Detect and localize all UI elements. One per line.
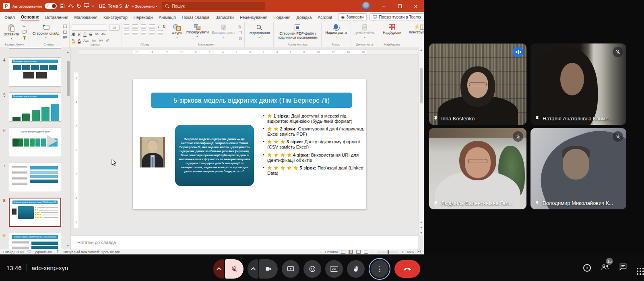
meeting-details-icon[interactable]: i — [583, 264, 591, 272]
slide-bullet-list[interactable]: ★ 1 зірка: Дані доступні в мережі під ві… — [263, 113, 365, 178]
mic-muted-icon[interactable] — [225, 259, 244, 279]
fit-to-window-icon[interactable] — [417, 250, 421, 254]
tab-home[interactable]: Основне — [21, 12, 39, 21]
quick-access-overflow-icon[interactable]: ▾ — [92, 4, 94, 8]
close-button[interactable]: × — [408, 0, 424, 12]
present-from-start-icon[interactable] — [84, 3, 89, 9]
captions-button[interactable]: cc — [325, 260, 343, 278]
italic-button[interactable]: К — [78, 32, 80, 37]
section-icon[interactable] — [63, 36, 67, 40]
participants-button[interactable]: 15 — [601, 263, 609, 273]
arrange-button[interactable]: Упорядкувати▾ — [184, 24, 210, 38]
more-options-button[interactable]: ⋮ — [371, 260, 388, 278]
clear-formatting-button[interactable]: А̸ — [106, 39, 108, 43]
columns-icon[interactable] — [158, 31, 163, 35]
underline-button[interactable]: П — [83, 32, 87, 37]
strikethrough-button[interactable]: S — [89, 32, 92, 37]
participant-tile-volodymyr[interactable]: Володимир Миколайович К... — [530, 128, 626, 209]
zoom-level[interactable]: 66% — [407, 250, 414, 254]
zoom-slider[interactable] — [377, 252, 398, 252]
paste-button[interactable]: Вставити▾ — [2, 24, 21, 40]
quick-styles-button[interactable]: Експрес-стилі▾ — [211, 24, 237, 39]
tab-design[interactable]: Конструктор — [103, 13, 128, 21]
slide-title-banner[interactable]: 5-зіркова модель відкритих даних (Тім Бе… — [151, 93, 352, 108]
microphone-button[interactable] — [213, 259, 244, 279]
numbering-icon[interactable] — [132, 25, 138, 29]
present-in-teams-button[interactable]: Презентувати в Teams — [369, 13, 424, 21]
sensitivity-button[interactable]: Делікатність▾ — [353, 24, 377, 39]
save-icon[interactable] — [60, 3, 65, 9]
reset-slide-icon[interactable] — [63, 30, 67, 35]
text-shadow-button[interactable]: ab — [95, 33, 99, 36]
slide-description-textbox[interactable]: 5-зіркова модель відкритих даних — це си… — [175, 125, 254, 186]
saved-status[interactable]: •Збережено▾ — [132, 4, 157, 8]
tab-transitions[interactable]: Переходи — [133, 13, 153, 21]
accessibility-status[interactable]: Спеціальні можливості: щось не так — [63, 250, 120, 254]
new-slide-button[interactable]: Створити слайд▾ — [31, 24, 61, 39]
slide-thumbnail-partial[interactable] — [9, 47, 61, 49]
scroll-up-icon[interactable]: ▲ — [419, 48, 424, 51]
designer-button[interactable]: ⚡ Конструктор — [407, 24, 424, 35]
font-name-select[interactable] — [72, 25, 107, 31]
shapes-button[interactable]: Фігури▾ — [170, 24, 184, 39]
tim-berners-lee-photo[interactable] — [140, 137, 165, 167]
bullets-icon[interactable] — [124, 25, 129, 29]
participant-tile-inna-kostenko[interactable]: Inna Kostenko — [429, 43, 526, 125]
justify-icon[interactable] — [149, 31, 155, 35]
minimize-button[interactable]: ─ — [376, 0, 392, 12]
raise-hand-button[interactable] — [347, 260, 365, 278]
tab-review[interactable]: Рецензування — [239, 13, 268, 21]
notes-toggle[interactable]: Нотатки — [325, 250, 338, 254]
thumbnails-scroll-up[interactable]: ▲ — [66, 50, 69, 53]
present-screen-button[interactable] — [282, 260, 299, 278]
previous-slide-icon[interactable]: ▲ — [419, 221, 424, 223]
change-case-button[interactable]: Аа▾ — [83, 39, 89, 43]
slide-sorter-icon[interactable] — [349, 250, 353, 254]
tab-animations[interactable]: Анімація — [158, 13, 176, 21]
camera-icon[interactable] — [259, 259, 278, 279]
leave-call-button[interactable] — [394, 260, 420, 278]
create-pdf-button[interactable]: Створити PDF-файл і поділитися посилання… — [276, 24, 319, 40]
slide-layout-icon[interactable] — [63, 25, 67, 29]
maximize-button[interactable] — [392, 0, 408, 12]
next-slide-icon[interactable]: ▼ — [419, 226, 424, 229]
tab-acrobat[interactable]: Acrobat — [317, 13, 332, 21]
shape-fill-icon[interactable] — [238, 25, 242, 29]
zoom-in-button[interactable]: + — [402, 250, 404, 254]
tab-file[interactable]: Файл — [4, 13, 15, 21]
reading-view-icon[interactable] — [356, 250, 361, 254]
addins-button[interactable]: Надбудови — [381, 24, 403, 35]
record-button[interactable]: ◉Записати — [338, 13, 367, 21]
reactions-button[interactable] — [303, 260, 321, 278]
copy-icon[interactable] — [23, 30, 27, 35]
tab-draw[interactable]: Малювання — [74, 13, 98, 21]
notes-pane[interactable]: Нотатки до слайда — [71, 236, 418, 249]
character-spacing-button[interactable]: AV▾ — [101, 33, 107, 36]
participant-tile-liudmyla[interactable]: Людмила Валентинівна Гал... — [429, 128, 526, 209]
dictate-button[interactable]: Надиктувати▾ — [324, 24, 348, 39]
text-direction-icon[interactable]: ⇅ — [163, 25, 166, 29]
display-settings-icon[interactable] — [27, 250, 31, 254]
line-spacing-icon[interactable]: ↕ — [158, 25, 160, 29]
camera-options-chevron[interactable] — [248, 259, 258, 279]
search-input[interactable]: Пошук — [162, 2, 265, 10]
slideshow-icon[interactable] — [364, 250, 368, 254]
redo-icon[interactable]: ↻ — [76, 4, 81, 9]
participant-tile-natalia[interactable]: Наталія Анатоліївна Климе... — [530, 43, 626, 125]
bold-button[interactable]: Ж — [72, 32, 76, 37]
shrink-font-button[interactable]: А˅ — [99, 39, 103, 43]
tab-help[interactable]: Довідка — [296, 13, 312, 21]
scrollbar-thumb[interactable] — [420, 68, 423, 103]
vertical-scrollbar[interactable]: ▲ ▲ ▼ ▼ — [418, 47, 424, 236]
user-avatar[interactable] — [362, 2, 370, 10]
language-indicator[interactable]: українська — [35, 250, 52, 254]
tab-view[interactable]: Подання — [273, 13, 291, 21]
font-size-select[interactable]: 18 — [109, 25, 120, 31]
shape-outline-icon[interactable] — [238, 31, 242, 35]
indent-decrease-icon[interactable] — [141, 25, 146, 29]
slide-canvas[interactable]: 5-зіркова модель відкритих даних (Тім Бе… — [133, 79, 366, 209]
cut-icon[interactable]: ✂ — [23, 25, 27, 29]
tab-record[interactable]: Записати — [215, 13, 234, 21]
zoom-out-button[interactable]: − — [372, 250, 374, 254]
align-left-icon[interactable] — [124, 31, 129, 35]
